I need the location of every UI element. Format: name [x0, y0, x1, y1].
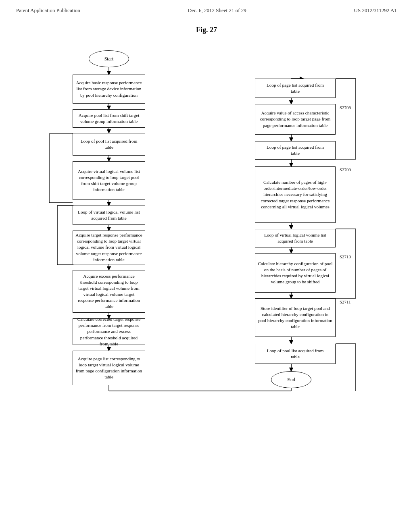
- box-s2708: Acquire value of access characteristic c…: [255, 104, 336, 135]
- box-loop-pool2: Loop of pool list acquired from table: [255, 344, 336, 364]
- header-center: Dec. 6, 2012 Sheet 21 of 29: [188, 7, 246, 14]
- s2709-label: S2709: [340, 167, 351, 172]
- end-label: End: [287, 377, 295, 383]
- header-left: Patent Application Publication: [16, 7, 80, 14]
- s2708-label: S2708: [340, 105, 351, 110]
- box-loop-pool: Loop of pool list acquired from table: [73, 133, 145, 156]
- box-s2711: Store identifier of loop target pool and…: [255, 298, 336, 337]
- box-s2707: Acquire page list corresponding to loop …: [73, 351, 145, 385]
- box-s2705: Acquire excess performance threshold cor…: [73, 270, 145, 313]
- header-right: US 2012/311292 A1: [354, 7, 397, 14]
- fig-title: Fig. 27: [0, 26, 413, 34]
- box-s2701: Acquire basic response performance list …: [73, 75, 145, 104]
- end-oval: End: [271, 371, 311, 388]
- box-loop-vlv2: Loop of virtual logical volume list acqu…: [255, 229, 336, 247]
- box-loop-vlv1: Loop of virtual logical volume list acqu…: [73, 206, 145, 225]
- box-s2710: Calculate hierarchy configuration of poo…: [255, 253, 336, 293]
- box-loop-page2: Loop of page list acquired from table: [255, 141, 336, 160]
- start-oval: Start: [89, 50, 129, 67]
- box-loop-page1: Loop of page list acquired from table: [255, 79, 336, 98]
- box-s2704: Acquire target response performance corr…: [73, 231, 145, 264]
- s2710-label: S2710: [340, 254, 351, 259]
- page-header: Patent Application Publication Dec. 6, 2…: [0, 0, 413, 14]
- flowchart: Start S2701 Acquire basic response perfo…: [13, 38, 400, 506]
- s2711-label: S2711: [340, 299, 351, 304]
- start-label: Start: [104, 56, 114, 62]
- box-s2702: Acquire pool list from shift target volu…: [73, 109, 145, 128]
- box-s2709: Calculate number of pages of high-order/…: [255, 166, 336, 223]
- box-s2706: Calculate corrected target response perf…: [73, 318, 145, 345]
- box-s2703: Acquire virtual logical volume list corr…: [73, 161, 145, 200]
